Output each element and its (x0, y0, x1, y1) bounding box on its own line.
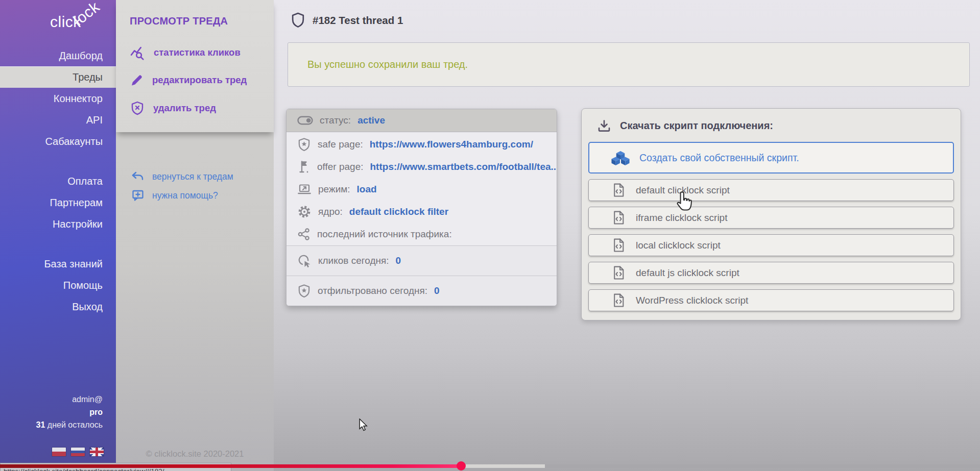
thread-delete-button[interactable]: удалить тред (130, 100, 216, 117)
video-scrubber-handle[interactable] (457, 461, 466, 470)
traffic-source-label: последний источник трафика: (317, 229, 452, 240)
status-value: active (357, 115, 385, 126)
core-value: default clicklock filter (349, 206, 448, 217)
safe-page-label: safe page: (318, 139, 363, 150)
account-days-left: 31 дней осталось (36, 418, 103, 431)
page-header: #182 Test thread 1 (291, 12, 403, 28)
sidebar-item-knowledge-base[interactable]: База знаний (0, 253, 116, 275)
page-title: #182 Test thread 1 (313, 14, 403, 27)
need-help-label: нужна помощь? (152, 190, 218, 201)
account-info: admin@ pro 31 дней осталось (36, 393, 103, 431)
clicks-today-label: кликов сегодня: (318, 255, 389, 266)
account-email: admin@ (36, 393, 103, 406)
days-number: 31 (36, 420, 45, 429)
success-alert-text: Вы успешно сохранили ваш тред. (307, 59, 468, 70)
safe-page-row: safe page: https://www.flowers4hamburg.c… (286, 133, 557, 156)
stats-icon (130, 45, 146, 61)
download-panel-title-row: Скачать скрипт подключения: (597, 119, 954, 133)
sidebar-item-dashboard[interactable]: Дашборд (0, 45, 116, 66)
uk-flag-icon[interactable] (90, 448, 104, 456)
thread-status-card: статус: active safe page: https://www.fl… (286, 109, 557, 306)
script-button-default-label: default clicklock script (636, 185, 730, 196)
core-row: ядро: default clicklock filter (286, 201, 557, 223)
script-button-default[interactable]: default clicklock script (588, 179, 954, 201)
file-code-icon (612, 183, 625, 197)
offer-page-row: offer page: https://www.smartbets.com/fo… (286, 156, 557, 178)
back-to-threads-label: вернуться к тредам (152, 171, 233, 182)
safe-page-link[interactable]: https://www.flowers4hamburg.com/ (370, 139, 533, 150)
filtered-today-label: отфильтровано сегодня: (318, 285, 427, 296)
script-button-local[interactable]: local clicklock script (588, 234, 954, 256)
video-played-bar (0, 464, 461, 468)
edit-icon (130, 73, 144, 87)
main-content: #182 Test thread 1 Вы успешно сохранили … (274, 0, 980, 471)
thread-stats-label: статистика кликов (154, 47, 241, 58)
thread-menu-title: ПРОСМОТР ТРЕДА (130, 15, 228, 27)
gear-icon (297, 205, 312, 219)
thread-stats-button[interactable]: статистика кликов (130, 44, 241, 61)
clicks-today-row: кликов сегодня: 0 (286, 245, 557, 276)
traffic-source-row: последний источник трафика: (286, 223, 557, 245)
offer-page-link[interactable]: https://www.smartbets.com/football/tea..… (370, 161, 557, 172)
sidebar-item-api[interactable]: API (0, 109, 116, 131)
shield-star-icon (297, 137, 311, 152)
sidebar: clicklock Дашборд Треды Коннектор API Са… (0, 0, 116, 471)
sidebar-item-threads[interactable]: Треды (0, 66, 116, 88)
clicklock-logo[interactable]: clicklock (50, 13, 109, 31)
thread-menu-card: ПРОСМОТР ТРЕДА статистика кликов редакти… (116, 0, 274, 132)
sidebar-item-subaccounts[interactable]: Сабакаунты (0, 131, 116, 152)
language-switcher (52, 448, 104, 456)
sidebar-item-settings[interactable]: Настройки (0, 213, 116, 235)
undo-icon (131, 170, 145, 183)
mode-label: режим: (318, 184, 350, 195)
core-label: ядро: (318, 206, 343, 217)
toggle-icon (297, 115, 313, 126)
create-custom-script-label: Создать свой собственный скрипт. (639, 152, 799, 164)
mode-row: режим: load (286, 178, 557, 201)
laptop-arrow-icon (297, 183, 312, 195)
poland-flag-icon[interactable] (52, 448, 66, 456)
status-label: статус: (320, 115, 351, 126)
comment-plus-icon (131, 189, 145, 202)
back-to-threads-link[interactable]: вернуться к тредам (131, 170, 233, 183)
download-panel: Скачать скрипт подключения: Создать свой… (581, 108, 961, 320)
script-button-local-label: local clicklock script (636, 240, 721, 251)
clicks-today-value: 0 (396, 255, 401, 266)
status-card-header: статус: active (286, 109, 557, 132)
script-button-default-js[interactable]: default js clicklock script (588, 262, 954, 284)
sidebar-item-payment[interactable]: Оплата (0, 170, 116, 192)
thread-edit-label: редактировать тред (152, 75, 247, 86)
sidebar-item-connector[interactable]: Коннектор (0, 88, 116, 109)
script-button-iframe[interactable]: iframe clicklock script (588, 207, 954, 229)
download-panel-title: Скачать скрипт подключения: (620, 120, 773, 132)
file-code-icon (612, 238, 625, 253)
script-button-wordpress[interactable]: WordPress clicklock script (588, 289, 954, 311)
success-alert: Вы успешно сохранили ваш тред. (288, 42, 970, 87)
status-card-body: safe page: https://www.flowers4hamburg.c… (286, 132, 557, 245)
status-url-text: https://clicklock.site/dashboard/connect… (4, 467, 231, 471)
create-custom-script-button[interactable]: Создать свой собственный скрипт. (588, 142, 954, 173)
thread-edit-button[interactable]: редактировать тред (130, 71, 247, 89)
sidebar-item-help[interactable]: Помощь (0, 275, 116, 296)
cubes-icon (611, 150, 630, 166)
app-window: clicklock Дашборд Треды Коннектор API Са… (0, 0, 980, 471)
filtered-today-value: 0 (434, 285, 440, 296)
file-code-icon (612, 210, 625, 225)
script-button-iframe-label: iframe clicklock script (636, 212, 727, 224)
account-plan: pro (36, 406, 103, 418)
shield-icon (291, 12, 305, 28)
days-text: дней осталось (47, 420, 103, 429)
shield-star-icon (297, 284, 311, 299)
flag-pin-icon (297, 160, 310, 174)
sidebar-item-partners[interactable]: Партнерам (0, 192, 116, 213)
sidebar-item-logout[interactable]: Выход (0, 296, 116, 317)
thread-menu-panel: ПРОСМОТР ТРЕДА статистика кликов редакти… (116, 0, 274, 471)
mode-value: load (357, 184, 377, 195)
russia-flag-icon[interactable] (71, 448, 85, 456)
need-help-link[interactable]: нужна помощь? (131, 189, 218, 202)
script-button-default-js-label: default js clicklock script (636, 267, 739, 279)
file-code-icon (612, 293, 625, 308)
filtered-today-row: отфильтровано сегодня: 0 (286, 276, 557, 306)
download-icon (597, 119, 611, 133)
file-code-icon (612, 265, 625, 280)
